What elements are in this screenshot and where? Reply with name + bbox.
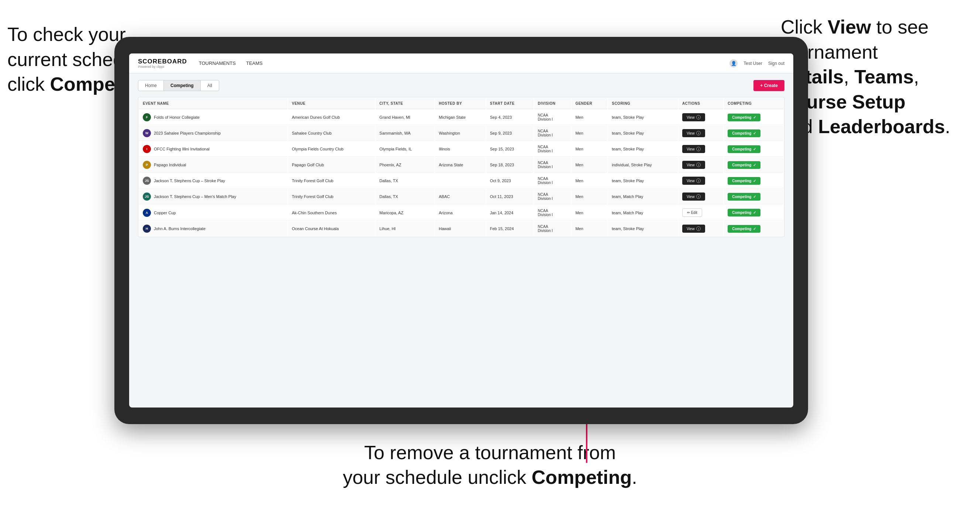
event-name-cell: W 2023 Sahalee Players Championship [139, 126, 288, 141]
info-icon: i [696, 115, 701, 119]
col-scoring: SCORING [608, 98, 678, 109]
view-button[interactable]: View i [682, 129, 705, 137]
cell-city_state: Maricopa, AZ [375, 205, 434, 221]
cell-hosted_by: Illinois [435, 141, 485, 157]
cell-division: NCAADivision I [534, 110, 571, 125]
table-row: H John A. Burns Intercollegiate Ocean Co… [139, 221, 783, 236]
competing-badge[interactable]: Competing ✓ [728, 209, 760, 216]
cell-gender: Men [571, 205, 607, 221]
user-icon: 👤 [729, 59, 738, 67]
cell-hosted_by: Arizona State [435, 157, 485, 173]
table-row: I OFCC Fighting Illini Invitational Olym… [139, 141, 783, 157]
tab-home[interactable]: Home [138, 80, 164, 91]
team-logo: JS [143, 192, 151, 201]
cell-competing: Competing ✓ [724, 126, 783, 141]
event-name: OFCC Fighting Illini Invitational [154, 147, 210, 151]
cell-city_state: Dallas, TX [375, 173, 434, 189]
table-row: JS Jackson T. Stephens Cup – Stroke Play… [139, 173, 783, 189]
cell-actions: View i [679, 221, 723, 236]
tabs-row: Home Competing All + Create [138, 80, 784, 91]
cell-start_date: Jan 14, 2024 [486, 205, 533, 221]
col-city-state: CITY, STATE [375, 98, 434, 109]
team-logo: I [143, 145, 151, 153]
info-icon: i [696, 227, 701, 231]
table-row: F Folds of Honor Collegiate American Dun… [139, 110, 783, 125]
event-name-cell: P Papago Individual [139, 157, 288, 173]
view-button[interactable]: View i [682, 113, 705, 121]
check-icon: ✓ [753, 116, 756, 119]
create-button[interactable]: + Create [753, 80, 784, 91]
cell-competing: Competing ✓ [724, 205, 783, 221]
event-name: Jackson T. Stephens Cup – Stroke Play [154, 178, 225, 183]
event-name: John A. Burns Intercollegiate [154, 227, 205, 231]
col-hosted-by: HOSTED BY [435, 98, 485, 109]
competing-badge[interactable]: Competing ✓ [728, 193, 760, 201]
tab-all[interactable]: All [201, 80, 219, 91]
cell-division: NCAADivision I [534, 205, 571, 221]
competing-badge[interactable]: Competing ✓ [728, 177, 760, 185]
cell-competing: Competing ✓ [724, 110, 783, 125]
team-logo: W [143, 129, 151, 137]
nav-teams[interactable]: TEAMS [246, 60, 263, 66]
cell-start_date: Feb 15, 2024 [486, 221, 533, 236]
annotation-bottom: To remove a tournament from your schedul… [343, 440, 637, 490]
cell-actions: View i [679, 110, 723, 125]
cell-venue: Ak-Chin Southern Dunes [288, 205, 375, 221]
competing-badge[interactable]: Competing ✓ [728, 114, 760, 121]
team-logo: H [143, 225, 151, 233]
competing-badge[interactable]: Competing ✓ [728, 161, 760, 169]
logo-title: SCOREBOARD [138, 58, 187, 65]
cell-venue: Olympia Fields Country Club [288, 141, 375, 157]
tab-competing[interactable]: Competing [164, 80, 201, 91]
sign-out-link[interactable]: Sign out [768, 61, 784, 66]
cell-scoring: team, Match Play [608, 205, 678, 221]
navbar: SCOREBOARD Powered by clippi TOURNAMENTS… [129, 54, 793, 73]
cell-competing: Competing ✓ [724, 189, 783, 204]
cell-competing: Competing ✓ [724, 157, 783, 173]
event-name: Copper Cup [154, 211, 176, 215]
table-row: JS Jackson T. Stephens Cup – Men's Match… [139, 189, 783, 204]
cell-hosted_by [435, 173, 485, 189]
cell-start_date: Sep 4, 2023 [486, 110, 533, 125]
view-button[interactable]: View i [682, 161, 705, 169]
event-name-cell: A Copper Cup [139, 205, 288, 221]
logo-subtitle: Powered by clippi [138, 65, 187, 68]
team-logo: F [143, 113, 151, 121]
cell-gender: Men [571, 221, 607, 236]
annotation-top-right: Click View to see tournament Details, Te… [781, 15, 973, 140]
cell-hosted_by: ABAC [435, 189, 485, 204]
cell-actions: View i [679, 157, 723, 173]
col-start-date: START DATE [486, 98, 533, 109]
nav-right: 👤 Test User Sign out [729, 59, 784, 67]
edit-button[interactable]: ✏ Edit [682, 208, 702, 217]
cell-hosted_by: Arizona [435, 205, 485, 221]
check-icon: ✓ [753, 211, 756, 214]
scoreboard-logo: SCOREBOARD Powered by clippi [138, 58, 187, 68]
event-name: 2023 Sahalee Players Championship [154, 131, 221, 135]
cell-venue: Trinity Forest Golf Club [288, 189, 375, 204]
view-button[interactable]: View i [682, 177, 705, 185]
cell-scoring: team, Stroke Play [608, 141, 678, 157]
view-button[interactable]: View i [682, 145, 705, 153]
cell-division: NCAADivision I [534, 141, 571, 157]
cell-competing: Competing ✓ [724, 221, 783, 236]
view-button[interactable]: View i [682, 192, 705, 201]
col-gender: GENDER [571, 98, 607, 109]
view-button[interactable]: View i [682, 225, 705, 233]
cell-scoring: team, Stroke Play [608, 221, 678, 236]
cell-division: NCAADivision I [534, 157, 571, 173]
cell-venue: American Dunes Golf Club [288, 110, 375, 125]
competing-badge[interactable]: Competing ✓ [728, 129, 760, 137]
cell-venue: Trinity Forest Golf Club [288, 173, 375, 189]
nav-tournaments[interactable]: TOURNAMENTS [199, 60, 236, 66]
cell-competing: Competing ✓ [724, 141, 783, 157]
cell-gender: Men [571, 173, 607, 189]
competing-badge[interactable]: Competing ✓ [728, 145, 760, 153]
col-venue: VENUE [288, 98, 375, 109]
info-icon: i [696, 178, 701, 183]
col-event-name: EVENT NAME [139, 98, 288, 109]
col-competing: COMPETING [724, 98, 783, 109]
check-icon: ✓ [753, 163, 756, 167]
cell-actions: View i [679, 141, 723, 157]
competing-badge[interactable]: Competing ✓ [728, 225, 760, 233]
